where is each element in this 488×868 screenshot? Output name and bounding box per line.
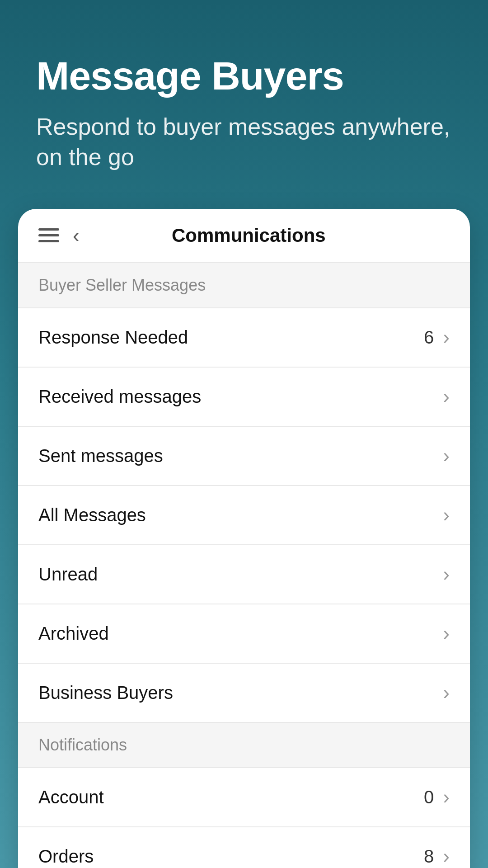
item-label-10: Orders <box>38 846 94 867</box>
item-left-9: Account <box>38 787 104 807</box>
chevron-right-icon-9: › <box>443 787 450 807</box>
chevron-right-icon-5: › <box>443 564 450 584</box>
item-count-9: 0 <box>424 787 434 807</box>
item-left-1: Response Needed <box>38 327 188 348</box>
item-count-10: 8 <box>424 846 434 867</box>
item-right-4: › <box>443 505 450 525</box>
item-left-5: Unread <box>38 564 98 585</box>
chevron-right-icon-4: › <box>443 505 450 525</box>
item-right-7: › <box>443 683 450 703</box>
item-left-2: Received messages <box>38 387 201 407</box>
item-right-9: 0› <box>424 787 450 807</box>
list-item-sent-messages[interactable]: Sent messages› <box>18 427 470 486</box>
list-item-archived[interactable]: Archived› <box>18 604 470 664</box>
chevron-right-icon-7: › <box>443 683 450 703</box>
list-item-orders[interactable]: Orders8› <box>18 827 470 868</box>
item-right-2: › <box>443 387 450 406</box>
item-left-7: Business Buyers <box>38 683 173 703</box>
nav-bar: ‹ Communications <box>18 209 470 263</box>
item-right-1: 6› <box>424 327 450 348</box>
list-item-response-needed[interactable]: Response Needed6› <box>18 308 470 368</box>
item-left-6: Archived <box>38 623 109 644</box>
header-section: Message Buyers Respond to buyer messages… <box>0 0 488 200</box>
chevron-right-icon-10: › <box>443 846 450 866</box>
item-right-5: › <box>443 564 450 584</box>
list-container: Buyer Seller MessagesResponse Needed6›Re… <box>18 263 470 868</box>
item-label-7: Business Buyers <box>38 683 173 703</box>
item-label-4: All Messages <box>38 505 146 525</box>
nav-title: Communications <box>89 225 409 246</box>
item-left-4: All Messages <box>38 505 146 525</box>
chevron-right-icon-2: › <box>443 387 450 406</box>
item-left-10: Orders <box>38 846 94 867</box>
item-left-3: Sent messages <box>38 446 163 466</box>
item-right-3: › <box>443 446 450 466</box>
section-header-0: Buyer Seller Messages <box>18 263 470 308</box>
back-button[interactable]: ‹ <box>73 226 80 245</box>
item-label-9: Account <box>38 787 104 807</box>
list-item-received-messages[interactable]: Received messages› <box>18 368 470 427</box>
section-header-8: Notifications <box>18 723 470 768</box>
chevron-right-icon-6: › <box>443 623 450 643</box>
item-right-6: › <box>443 623 450 643</box>
chevron-right-icon-3: › <box>443 446 450 466</box>
list-item-unread[interactable]: Unread› <box>18 545 470 604</box>
main-title: Message Buyers <box>36 54 452 98</box>
item-label-5: Unread <box>38 564 98 585</box>
subtitle: Respond to buyer messages anywhere, on t… <box>36 112 452 173</box>
item-right-10: 8› <box>424 846 450 867</box>
chevron-right-icon-1: › <box>443 327 450 347</box>
section-header-label-8: Notifications <box>38 736 127 754</box>
list-item-business-buyers[interactable]: Business Buyers› <box>18 664 470 723</box>
main-card: ‹ Communications Buyer Seller MessagesRe… <box>18 209 470 868</box>
item-label-1: Response Needed <box>38 327 188 348</box>
item-count-1: 6 <box>424 327 434 348</box>
list-item-account[interactable]: Account0› <box>18 768 470 827</box>
list-item-all-messages[interactable]: All Messages› <box>18 486 470 545</box>
item-label-6: Archived <box>38 623 109 644</box>
hamburger-menu-button[interactable] <box>38 228 59 242</box>
item-label-3: Sent messages <box>38 446 163 466</box>
item-label-2: Received messages <box>38 387 201 407</box>
section-header-label-0: Buyer Seller Messages <box>38 276 206 294</box>
